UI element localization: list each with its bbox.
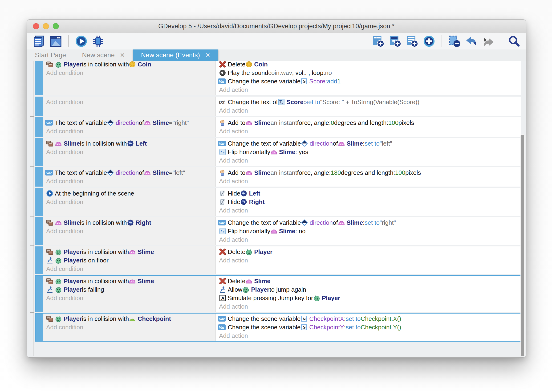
add-action-button[interactable]: Add action [216,106,521,115]
add-condition-button[interactable]: Add condition [43,127,215,135]
condition-line[interactable]: Player is in collision with Coin [43,61,215,69]
event-drag-handle[interactable] [35,97,43,116]
action-line[interactable]: Play the sound coin.wav, vol.: , loop: n… [216,69,521,77]
action-line[interactable]: Hide Left [216,189,521,198]
event-drag-handle[interactable] [35,61,43,95]
event-drag-handle[interactable] [35,246,43,274]
add-action-button[interactable]: Add action [216,302,521,311]
add-condition-button[interactable]: Add condition [43,198,215,206]
condition-line[interactable]: Player is in collision with Slime [43,277,215,285]
segment-text: Change the scene variable [228,324,301,331]
event-drag-handle[interactable] [35,167,43,187]
event-row[interactable]: Add conditiontxtChange the text of TxSco… [35,97,521,116]
action-line[interactable]: Hide Right [216,198,521,206]
action-line[interactable]: VarChange the scene variable Score: add … [216,77,521,85]
condition-line[interactable]: VarThe text of variable direction of Sli… [43,168,215,177]
add-comment-icon[interactable] [405,34,419,48]
segment-text: is in collision with [82,61,129,68]
add-action-button[interactable]: Add action [216,256,521,265]
condition-line[interactable]: Player is on floor [43,256,215,265]
action-line[interactable]: VarChange the text of variable direction… [216,218,521,227]
action-line[interactable]: VarChange the scene variable CheckpointX… [216,315,521,323]
condition-line[interactable]: Player is in collision with Slime [43,248,215,256]
tab-close-icon[interactable]: ✕ [120,52,125,59]
add-action-button[interactable]: Add action [216,127,521,135]
zoom-window-button[interactable] [53,23,59,29]
event-row[interactable]: Slime is in collision with LeftAdd condi… [35,138,521,166]
tab-start-page[interactable]: Start Page [27,49,74,61]
add-condition-button[interactable]: Add condition [43,265,215,273]
search-icon[interactable] [507,34,521,48]
add-condition-button[interactable]: Add condition [43,177,215,185]
segment-text: = [169,169,172,176]
add-action-button[interactable]: Add action [216,156,521,165]
tab-new-scene-events[interactable]: New scene (Events)✕ [133,49,218,61]
tab-close-icon[interactable]: ✕ [205,52,210,59]
event-drag-handle[interactable] [35,138,43,166]
segment-text: Hide [228,198,240,206]
event-drag-handle[interactable] [35,313,43,341]
action-line[interactable]: Allow Player to jump again [216,285,521,294]
action-line[interactable]: VarChange the scene variable CheckpointY… [216,323,521,331]
vertical-scrollbar[interactable] [520,134,525,357]
add-condition-button[interactable]: Add condition [43,227,215,235]
close-window-button[interactable] [33,23,39,29]
undo-icon[interactable] [465,34,478,48]
add-condition-button[interactable]: Add condition [43,323,215,331]
player-icon [55,257,62,264]
add-circle-icon[interactable] [422,34,436,48]
condition-line[interactable]: Player is falling [43,285,215,294]
condition-line[interactable]: VarThe text of variable direction of Sli… [43,119,215,127]
play-icon[interactable] [74,34,88,48]
action-line[interactable]: VarChange the text of variable direction… [216,139,521,148]
minimize-window-button[interactable] [43,23,49,29]
add-action-button[interactable]: Add action [216,331,521,340]
action-line[interactable]: Delete Coin [216,61,521,69]
debug-icon[interactable] [91,34,105,48]
tab-new-scene[interactable]: New scene✕ [74,49,133,61]
action-line[interactable]: Add to Slime an instant force, angle: 0 … [216,119,521,127]
event-row[interactable]: Slime is in collision with RightAdd cond… [35,217,521,245]
delete-event-icon[interactable] [448,34,461,48]
event-drag-handle[interactable] [35,188,43,216]
add-action-button[interactable]: Add action [216,206,521,215]
event-row[interactable]: Player is in collision with SlimePlayer … [35,246,521,274]
action-line[interactable]: ASimulate pressing Jump key for Player [216,294,521,302]
event-row[interactable]: VarThe text of variable direction of Sli… [35,167,521,187]
scene-editor-icon[interactable] [49,34,63,48]
event-row[interactable]: Player is in collision with CheckpointAd… [35,313,521,341]
condition-line[interactable]: Slime is in collision with Left [43,139,215,148]
add-action-button[interactable]: Add action [216,235,521,244]
add-action-button[interactable]: Add action [216,85,521,94]
action-line[interactable]: Flip horizontally Slime : no [216,227,521,235]
event-row[interactable]: VarThe text of variable direction of Sli… [35,117,521,137]
add-condition-button[interactable]: Add condition [43,69,215,77]
condition-line[interactable]: Player is in collision with Checkpoint [43,315,215,323]
add-condition-button[interactable]: Add condition [43,294,215,302]
action-line[interactable]: txtChange the text of TxScore: set to "S… [216,98,521,106]
segment-text: of [139,119,144,126]
var-icon: Var [219,219,226,226]
add-action-button[interactable]: Add action [216,177,521,185]
condition-line[interactable]: Slime is in collision with Right [43,218,215,227]
action-line[interactable]: Flip horizontally Slime : yes [216,148,521,156]
placeholder-label: Add action [219,303,248,310]
project-manager-icon[interactable] [32,34,46,48]
action-line[interactable]: Add to Slime an instant force, angle: 18… [216,168,521,177]
segment-text: : [344,324,346,331]
event-drag-handle[interactable] [35,276,43,312]
add-subevent-icon[interactable] [388,34,402,48]
action-line[interactable]: Delete Slime [216,277,521,285]
add-condition-button[interactable]: Add condition [43,148,215,156]
event-row[interactable]: Player is in collision with SlimePlayer … [35,276,521,312]
action-line[interactable]: Delete Player [216,248,521,256]
sound-icon [219,69,226,76]
event-row[interactable]: Player is in collision with CoinAdd cond… [35,61,521,95]
condition-line[interactable]: At the beginning of the scene [43,189,215,198]
event-drag-handle[interactable] [35,117,43,137]
add-condition-button[interactable]: Add condition [43,98,215,106]
add-event-icon[interactable] [371,34,385,48]
event-row[interactable]: At the beginning of the sceneAdd conditi… [35,188,521,216]
redo-icon[interactable] [482,34,495,48]
event-drag-handle[interactable] [35,217,43,245]
